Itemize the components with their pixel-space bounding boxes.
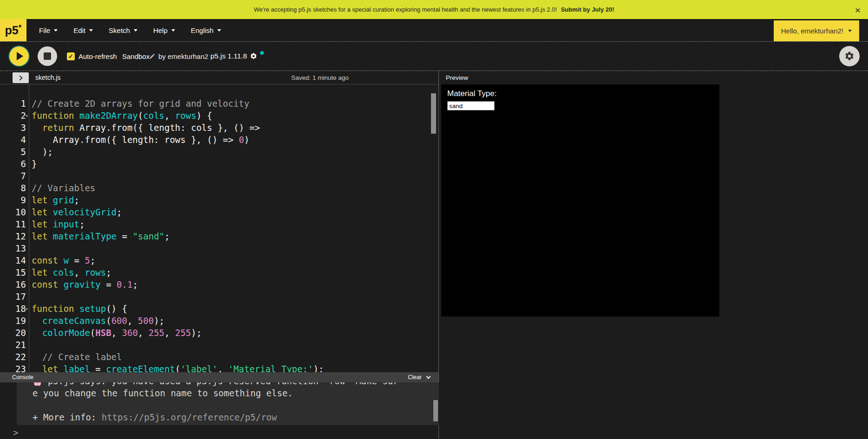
line-number: 22 — [0, 351, 26, 363]
code-line[interactable]: 17 — [0, 291, 438, 303]
stop-button[interactable] — [38, 46, 57, 66]
menu-edit[interactable]: Edit — [65, 26, 101, 34]
toolbar: ✓ Auto-refresh Sandbox by emekturhan2 p5… — [0, 41, 868, 71]
code-line[interactable]: 18▾function setup() { — [0, 303, 438, 315]
material-type-label: Material Type: — [447, 89, 496, 98]
console-message: + More info: https://p5js.org/reference/… — [33, 411, 439, 423]
chevron-down-icon — [848, 30, 852, 32]
line-number: 7 — [0, 170, 26, 182]
code-line[interactable]: 9let grid; — [0, 194, 438, 206]
line-number: 14 — [0, 254, 26, 266]
code-line[interactable]: 3 return Array.from({ length: cols }, ()… — [0, 122, 438, 134]
console-title: Console — [12, 374, 33, 381]
code-line[interactable]: 14const w = 5; — [0, 254, 438, 266]
fold-arrow-icon[interactable]: ▾ — [26, 110, 30, 122]
fold-arrow-icon[interactable]: ▾ — [26, 303, 30, 315]
preview-header: Preview — [439, 71, 868, 84]
code-line[interactable]: 19 createCanvas(600, 500); — [0, 315, 438, 327]
code-line[interactable]: 13 — [0, 242, 438, 254]
chevron-down-icon — [54, 29, 58, 32]
code-editor[interactable]: 1// Create 2D arrays for grid and veloci… — [0, 84, 438, 372]
logo-asterisk: * — [19, 23, 22, 32]
line-number: 17 — [0, 291, 26, 303]
p5-canvas[interactable]: Material Type: — [441, 84, 719, 316]
line-number: 3 — [0, 122, 26, 134]
chevron-down-icon — [89, 29, 93, 32]
menu-help[interactable]: Help — [145, 26, 183, 34]
code-line[interactable]: 2▾function make2DArray(cols, rows) { — [0, 110, 438, 122]
play-button[interactable] — [9, 46, 29, 66]
console-clear-button[interactable]: Clear — [408, 374, 422, 381]
code-line[interactable]: 23 let label = createElement('label', 'M… — [0, 363, 438, 372]
auto-refresh-label[interactable]: Auto-refresh — [78, 52, 117, 60]
code-line[interactable]: 5 ); — [0, 146, 438, 158]
line-number: 1 — [0, 97, 26, 110]
code-lines: 1// Create 2D arrays for grid and veloci… — [0, 84, 438, 372]
stop-icon — [44, 52, 51, 60]
account-menu-button[interactable]: Hello, emekturhan2! — [774, 20, 859, 41]
line-number: 8 — [0, 182, 26, 194]
chevron-down-icon — [134, 29, 137, 32]
code-line[interactable]: 4 Array.from({ length: rows }, () => 0) — [0, 134, 438, 146]
code-line[interactable]: 7 — [0, 170, 438, 182]
code-line[interactable]: 8// Variables — [0, 182, 438, 194]
code-line[interactable]: 11let input; — [0, 218, 438, 230]
code-line[interactable]: 6} — [0, 158, 438, 170]
code-line[interactable]: 1// Create 2D arrays for grid and veloci… — [0, 97, 438, 110]
line-number: 12 — [0, 230, 26, 242]
console-input-row[interactable]: > — [0, 425, 438, 439]
console-messages: 🌸 p5.js says: you have used a p5.js rese… — [17, 382, 439, 423]
line-number: 10 — [0, 206, 26, 218]
close-icon[interactable]: × — [855, 5, 861, 14]
menu-language[interactable]: English — [183, 26, 229, 34]
saved-status: Saved: 1 minute ago — [291, 71, 349, 84]
code-line[interactable]: 10let velocityGrid; — [0, 206, 438, 218]
announcement-banner: We're accepting p5.js sketches for a spe… — [0, 0, 868, 19]
code-line[interactable]: 12let materialType = "sand"; — [0, 230, 438, 242]
editor-pane: sketch.js Saved: 1 minute ago 1// Create… — [0, 71, 439, 439]
material-type-input[interactable] — [447, 101, 495, 110]
chevron-down-icon[interactable] — [426, 374, 431, 379]
menu-file[interactable]: File — [31, 26, 65, 34]
play-icon — [17, 52, 23, 60]
version-selector[interactable]: p5.js 1.11.8 — [210, 52, 264, 60]
code-line[interactable]: 15let cols, rows; — [0, 266, 438, 278]
sketch-title: Sandbox — [122, 52, 150, 60]
chevron-down-icon — [217, 29, 221, 32]
line-number: 5 — [0, 146, 26, 158]
p5-logo[interactable]: p5 * — [0, 19, 26, 41]
sidebar-expand-button[interactable] — [13, 72, 29, 83]
line-number: 4 — [0, 134, 26, 146]
gear-icon — [250, 52, 257, 60]
settings-button[interactable] — [839, 46, 860, 66]
author-byline[interactable]: by emekturhan2 — [158, 52, 209, 60]
menu-bar: File Edit Sketch Help English — [31, 19, 229, 41]
line-number: 2 — [0, 110, 26, 122]
line-number: 18 — [0, 303, 26, 315]
chevron-down-icon — [171, 29, 175, 32]
console-header: Console Clear — [0, 372, 438, 382]
auto-refresh-checkbox[interactable]: ✓ — [67, 52, 75, 60]
menu-sketch[interactable]: Sketch — [101, 26, 145, 34]
notification-dot — [260, 51, 264, 55]
code-line[interactable]: 20 colorMode(HSB, 360, 255, 255); — [0, 327, 438, 339]
console-scrollbar[interactable] — [433, 400, 438, 421]
line-number: 16 — [0, 278, 26, 291]
edit-pencil-icon[interactable] — [149, 53, 156, 59]
gear-icon — [844, 51, 855, 61]
editor-scrollbar[interactable] — [431, 93, 436, 134]
tab-sketch-js[interactable]: sketch.js — [35, 71, 60, 84]
line-number: 11 — [0, 218, 26, 230]
line-number: 20 — [0, 327, 26, 339]
check-icon: ✓ — [68, 53, 73, 60]
banner-text: We're accepting p5.js sketches for a spe… — [254, 6, 557, 13]
code-line[interactable]: 22 // Create label — [0, 351, 438, 363]
code-line[interactable]: 21 — [0, 339, 438, 351]
banner-cta-link[interactable]: Submit by July 20! — [561, 6, 614, 13]
line-number: 23 — [0, 363, 26, 372]
chevron-right-icon — [17, 75, 22, 80]
line-number: 15 — [0, 266, 26, 278]
code-line[interactable]: 16const gravity = 0.1; — [0, 278, 438, 291]
console-output: 🌸 p5.js says: you have used a p5.js rese… — [17, 382, 439, 425]
line-number: 6 — [0, 158, 26, 170]
